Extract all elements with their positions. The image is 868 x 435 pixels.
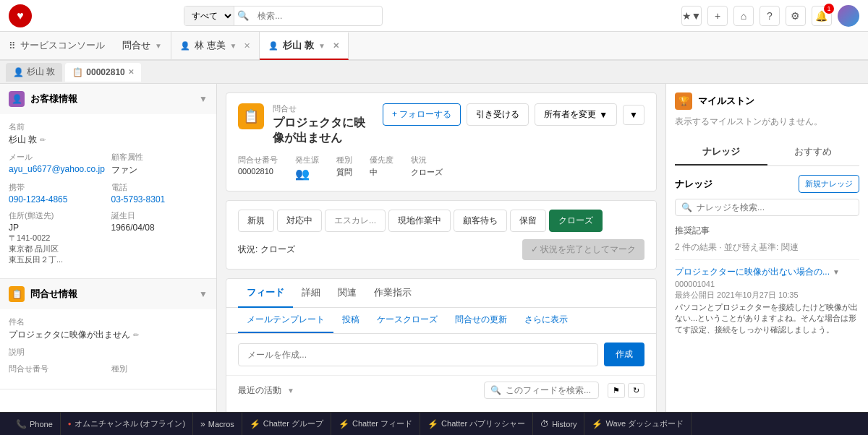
add-button[interactable]: + xyxy=(707,6,728,26)
tab-inquiries-dropdown[interactable]: ▼ xyxy=(155,42,162,50)
step-hold[interactable]: 保留 xyxy=(510,210,546,232)
search-input[interactable] xyxy=(252,11,382,21)
feed-subtab-case-close[interactable]: ケースクローズ xyxy=(368,308,446,333)
step-escalate[interactable]: エスカレ... xyxy=(325,210,386,232)
phone-icon: 📞 xyxy=(16,419,27,429)
feed-tab-detail[interactable]: 詳細 xyxy=(293,279,329,308)
step-close[interactable]: クローズ xyxy=(549,210,603,232)
bottom-wave[interactable]: ⚡ Wave ダッシュボード xyxy=(584,413,692,435)
knowledge-section: ナレッジ 新規ナレッジ 🔍 推奨記事 2 件の結果 · 並び替え基準: 関連 プ… xyxy=(675,175,859,341)
phone-value[interactable]: 03-5793-8301 xyxy=(111,194,208,204)
inquiry-info-header[interactable]: 📋 問合せ情報 ▼ xyxy=(0,279,216,309)
home-button[interactable]: ⌂ xyxy=(733,6,754,26)
tab-sugiyama-icon: 👤 xyxy=(268,41,278,51)
search-feed-input[interactable] xyxy=(506,385,592,395)
customer-info-header[interactable]: 👤 お客様情報 ▼ xyxy=(0,84,216,114)
search-feed-icon: 🔍 xyxy=(490,385,501,395)
logo-icon: ♥ xyxy=(17,9,24,22)
feed-subtabs: メールテンプレート 投稿 ケースクローズ 問合せの更新 さらに表示 xyxy=(226,308,656,334)
feed-subtab-update[interactable]: 問合せの更新 xyxy=(446,308,516,333)
tab-inquiries[interactable]: 問合せ ▼ xyxy=(114,32,171,59)
top-navigation: ♥ すべて 🔍 ★▼ + ⌂ ? ⚙ 🔔 1 xyxy=(0,0,868,32)
mobile-value[interactable]: 090-1234-4865 xyxy=(9,194,106,204)
step-onsite[interactable]: 現地作業中 xyxy=(388,210,451,232)
name-edit-icon[interactable]: ✏ xyxy=(40,136,46,144)
knowledge-section-title: ナレッジ xyxy=(675,178,712,191)
favorites-button[interactable]: ★▼ xyxy=(681,6,702,26)
center-panel: 📋 問合せ プロジェクタに映像が出ません + フォローする 引き受ける 所有者を… xyxy=(217,84,665,412)
subtab-case-close[interactable]: ✕ xyxy=(128,68,134,76)
tab-hayashi-close[interactable]: ✕ xyxy=(244,41,250,51)
bottom-chatter-publisher[interactable]: ⚡ Chatter パブリッシャー xyxy=(420,413,533,435)
source-icon: 👥 xyxy=(295,167,319,181)
case-header: 📋 問合せ プロジェクタに映像が出ません + フォローする 引き受ける 所有者を… xyxy=(226,92,657,191)
new-knowledge-button[interactable]: 新規ナレッジ xyxy=(799,175,859,193)
knowledge-search-input[interactable] xyxy=(697,202,853,212)
case-title: プロジェクタに映像が出ません xyxy=(273,116,374,146)
app-launcher[interactable]: ⠿ サービスコンソール xyxy=(0,32,114,59)
recent-activity-section[interactable]: 最近の活動 ▼ 🔍 ⚑ ↻ xyxy=(226,375,656,405)
subject-edit-icon[interactable]: ✏ xyxy=(133,331,139,339)
take-button[interactable]: 引き受ける xyxy=(467,103,529,126)
feed-refresh-button[interactable]: ↻ xyxy=(628,383,644,398)
feed-tab-work-order[interactable]: 作業指示 xyxy=(365,279,420,308)
customer-section-title: お客様情報 xyxy=(30,92,193,105)
feed-compose-input[interactable] xyxy=(238,343,598,366)
feed-subtab-more[interactable]: さらに表示 xyxy=(516,308,576,333)
macros-icon: » xyxy=(200,419,205,429)
search-filter-select[interactable]: すべて xyxy=(184,7,234,25)
main-layout: 👤 お客様情報 ▼ 名前 杉山 敦 ✏ メール xyxy=(0,84,868,412)
customer-chevron-icon: ▼ xyxy=(199,94,208,104)
status-steps: 新規 対応中 エスカレ... 現地作業中 顧客待ち 保留 クローズ xyxy=(238,210,644,232)
bottom-chatter-group[interactable]: ⚡ Chatter グループ xyxy=(242,413,331,435)
subtab-sugiyama[interactable]: 👤 杉山 敦 xyxy=(6,63,62,82)
chatter-feed-icon: ⚡ xyxy=(339,419,349,429)
help-button[interactable]: ? xyxy=(760,6,780,26)
feed-filter-button[interactable]: ⚑ xyxy=(608,383,625,398)
recommended-label: 推奨記事 xyxy=(675,225,859,237)
feed-tab-feed[interactable]: フィード xyxy=(238,279,293,308)
customer-type-value: ファン xyxy=(111,164,208,176)
step-new[interactable]: 新規 xyxy=(238,210,274,232)
step-waiting-customer[interactable]: 顧客待ち xyxy=(454,210,507,232)
milestone-title: マイルストン xyxy=(698,95,754,108)
feed-subtab-email-template[interactable]: メールテンプレート xyxy=(238,308,333,333)
settings-button[interactable]: ⚙ xyxy=(786,6,806,26)
bottom-chatter-feed[interactable]: ⚡ Chatter フィード xyxy=(331,413,420,435)
bottom-phone[interactable]: 📞 Phone xyxy=(9,413,61,435)
knowledge-tab-recommended[interactable]: おすすめ xyxy=(767,139,860,165)
create-email-button[interactable]: 作成 xyxy=(604,343,644,366)
meta-status: 状況 クローズ xyxy=(411,155,443,181)
inquiry-chevron-icon: ▼ xyxy=(199,289,208,299)
caseno-field: 問合せ番号 xyxy=(9,363,106,376)
subtab-case-number[interactable]: 📋 00002810 ✕ xyxy=(65,63,140,82)
notifications-button[interactable]: 🔔 1 xyxy=(812,6,832,26)
subtab-case-label: 00002810 xyxy=(86,67,124,77)
bottom-phone-label: Phone xyxy=(30,420,53,428)
bottom-omni[interactable]: ● オムニチャンネル (オフライン) xyxy=(61,413,193,435)
more-button[interactable]: ▼ xyxy=(623,105,644,125)
tab-hayashi[interactable]: 👤 林 恵美 ▼ ✕ xyxy=(171,32,260,59)
article-link-0[interactable]: プロジェクターに映像が出ない場合の... xyxy=(675,266,830,278)
email-value[interactable]: ayu_u6677@yahoo.co.jp xyxy=(9,164,106,174)
bottom-history[interactable]: ⏱ History xyxy=(533,413,584,435)
app-logo[interactable]: ♥ xyxy=(9,4,32,27)
user-avatar[interactable] xyxy=(838,5,859,27)
bottom-macros-label: Macros xyxy=(208,420,234,428)
feed-tab-related[interactable]: 関連 xyxy=(329,279,365,308)
follow-button[interactable]: + フォローする xyxy=(383,103,461,126)
phone-field: 電話 03-5793-8301 xyxy=(111,182,208,204)
mark-complete-button[interactable]: ✓ 状況を完了としてマーク xyxy=(522,239,644,260)
knowledge-tabs: ナレッジ おすすめ xyxy=(675,139,859,166)
tab-hayashi-dropdown[interactable]: ▼ xyxy=(230,42,237,50)
feed-subtab-post[interactable]: 投稿 xyxy=(333,308,368,333)
email-label: メール xyxy=(9,152,106,163)
tab-sugiyama-dropdown[interactable]: ▼ xyxy=(318,42,326,50)
knowledge-tab-knowledge[interactable]: ナレッジ xyxy=(675,139,767,165)
step-in-progress[interactable]: 対応中 xyxy=(277,210,322,232)
tab-sugiyama-close[interactable]: ✕ xyxy=(333,41,339,51)
subject-label: 件名 xyxy=(9,316,208,327)
bottom-macros[interactable]: » Macros xyxy=(193,413,242,435)
tab-sugiyama[interactable]: 👤 杉山 敦 ▼ ✕ xyxy=(260,33,349,60)
owner-button[interactable]: 所有者を変更 ▼ xyxy=(535,103,617,126)
